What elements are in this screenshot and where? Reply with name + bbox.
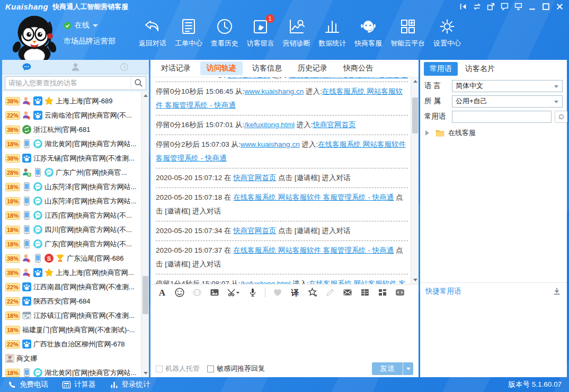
image-icon[interactable] [209, 287, 220, 298]
visitor-row[interactable]: 22%云南临沧|官网|快商官网(不... [5, 108, 140, 122]
edit-icon[interactable] [325, 287, 335, 298]
main-tab-3[interactable]: 访客信息 [246, 61, 288, 75]
visitor-row[interactable]: 商文娜 [5, 351, 140, 366]
trail-link[interactable]: www.kuaishang.cn [244, 87, 304, 95]
trail-link[interactable]: 快商官网首页 [313, 121, 355, 129]
download-icon[interactable] [552, 287, 562, 296]
visitor-row[interactable]: 18%山东菏泽|官网|快商官方网站... [5, 194, 140, 208]
visitor-row[interactable]: 18%江西|官网|快商官方网站(不... [5, 208, 140, 222]
trail-link[interactable]: /kefuxitong.html [241, 280, 291, 284]
visitor-row[interactable]: 22%广西壮族自治区柳州|官网-678 [5, 337, 140, 351]
robot-checkbox[interactable]: 机器人托管 [156, 364, 200, 373]
trail-link[interactable]: www.kuaishang.cn [241, 140, 300, 148]
toolbar-item-return[interactable]: 返回对话 [139, 17, 166, 48]
trail-link[interactable]: 快商官网首页 [233, 227, 276, 235]
visitor-row[interactable]: 18%四川|官网|快商官方网站(不... [5, 222, 140, 237]
sensitive-checkbox[interactable]: 敏感词推荐回复 [207, 364, 265, 373]
trail-link[interactable]: 在线客服系统 网站客服软件 客服管理系统 - 快商通 [233, 246, 394, 254]
panel-window-icon[interactable] [514, 3, 522, 11]
visitor-row[interactable]: 28%N广东广州|官网|快商官... [5, 165, 140, 180]
search-icon[interactable] [131, 77, 146, 90]
phrase-input[interactable] [452, 111, 552, 123]
visitor-row[interactable]: 38%浙江杭州|官网-681 [5, 122, 140, 137]
toolbar-item-history[interactable]: 查看历史 [211, 17, 238, 48]
scroll-up-icon[interactable] [141, 92, 149, 100]
send-options-caret-icon[interactable] [403, 362, 413, 375]
sensitive-checkbox-box[interactable] [207, 366, 214, 372]
toolbar-item-message[interactable]: 1访客留言 [247, 17, 274, 48]
visitor-row[interactable]: 22%江西南昌|官网|快商官网(不准测... [5, 280, 140, 294]
visitor-row[interactable]: 18%福建厦门|官网|快商官网(不准测试)-... [5, 323, 140, 337]
trail-link[interactable]: 在线客服系统 网站客服软件 客服管理系统 - 快商通 [289, 77, 408, 79]
trail-scrollbar[interactable] [411, 77, 419, 284]
screenshot-icon[interactable] [227, 287, 241, 298]
collapse-window-icon[interactable] [459, 3, 467, 11]
toolbar-item-settings[interactable]: 设置中心 [433, 17, 461, 48]
comment-window-icon[interactable] [500, 3, 509, 11]
sidebar-tab-chat[interactable] [2, 60, 51, 74]
visitor-row[interactable]: 38%上海上海|官网-689 [5, 94, 140, 108]
visitor-list-scrollbar[interactable] [141, 92, 149, 377]
translate-icon[interactable]: 译 [290, 287, 300, 298]
belong-select[interactable]: 公用+自己 [452, 95, 563, 108]
visitor-row[interactable]: 18%山东菏泽|官网|快商官方网站... [5, 180, 140, 194]
layout-icon[interactable] [377, 287, 388, 298]
code-icon[interactable] [395, 287, 405, 298]
trail-link[interactable]: 在线客服系统 网站客服软件 客服管理系统 - 快商通 [233, 193, 394, 201]
main-tab-1[interactable]: 对话记录 [155, 61, 197, 75]
toolbar-item-service[interactable]: 快商客服 [354, 17, 382, 48]
mic-icon[interactable] [247, 287, 258, 298]
tree-expand-icon[interactable] [425, 130, 432, 136]
toolbar-item-cloud[interactable]: 智能云平台 [390, 17, 425, 48]
trail-link[interactable]: 快商官网首页 [227, 77, 270, 79]
maximize-window-icon[interactable] [541, 3, 550, 11]
trail-link[interactable]: 快商官网首页 [233, 174, 276, 182]
emoticon-icon[interactable] [174, 287, 185, 298]
trail-link[interactable]: /kefuxitong.html [244, 121, 295, 129]
main-tab-2[interactable]: 访问轨迹 [200, 61, 243, 75]
mail-icon[interactable] [342, 287, 353, 298]
refresh-icon[interactable] [555, 111, 567, 123]
shake-icon[interactable] [192, 287, 202, 298]
status-selector[interactable]: 在线 [64, 21, 115, 30]
toolbar-item-diagnosis[interactable]: 营销诊断 [283, 17, 310, 48]
statusbar-login-stats[interactable]: 登录统计 [110, 380, 150, 389]
favorite-icon[interactable] [307, 287, 318, 298]
sidebar-tab-person[interactable] [51, 60, 100, 74]
send-button[interactable]: 发送 [372, 362, 413, 375]
statusbar-phone-call[interactable]: 免费电话 [7, 380, 48, 389]
visitor-row[interactable]: 38%江苏无锡|官网|快商官网(不准测... [5, 151, 140, 165]
visitor-row[interactable]: 18%湖北黄冈|官网|快商官方网站... [5, 366, 140, 377]
right-tab-1[interactable]: 常用语 [424, 62, 458, 76]
language-select[interactable]: 简体中文 [452, 80, 563, 92]
search-input[interactable] [5, 77, 131, 89]
scrollbar-thumb[interactable] [143, 276, 148, 314]
visitor-row[interactable]: 38%S广东汕尾|官网-686 [5, 251, 140, 265]
main-tab-4[interactable]: 历史记录 [291, 61, 334, 75]
right-tab-2[interactable]: 访客名片 [465, 64, 495, 74]
scroll-down-icon[interactable] [141, 369, 149, 377]
statusbar-calculator[interactable]: 计算器 [62, 380, 96, 389]
visitor-row[interactable]: 18%湖北黄冈|官网|快商官方网站... [5, 137, 140, 151]
main-tab-5[interactable]: 快商公告 [337, 61, 379, 75]
visitor-row[interactable]: 18%江苏镇江|官网|快商官网(不准测... [5, 308, 140, 323]
robot-checkbox-box[interactable] [156, 366, 163, 372]
scrollbar-thumb[interactable] [412, 97, 418, 133]
visitor-row[interactable]: 22%陕西西安|官网-684 [5, 294, 140, 308]
visitor-row[interactable]: 18%广东|官网|快商官方网站(不... [5, 237, 140, 251]
toolbar-item-stats[interactable]: 数据统计 [318, 17, 346, 48]
visitor-row[interactable]: 38%上海上海|官网|快商官网... [5, 265, 140, 280]
scroll-up-icon[interactable] [411, 77, 419, 85]
message-input-area[interactable] [150, 300, 419, 362]
heart-icon[interactable] [272, 287, 283, 298]
table-icon[interactable] [360, 287, 370, 298]
switch-window-icon[interactable] [473, 3, 481, 11]
toolbar-item-worklist[interactable]: 工单中心 [175, 17, 202, 48]
tree-node-label[interactable]: 在线客服 [448, 128, 476, 138]
scroll-down-icon[interactable] [411, 276, 419, 284]
sidebar-tab-clock[interactable] [100, 60, 149, 74]
send-button-label[interactable]: 发送 [372, 364, 403, 373]
font-icon[interactable]: A [157, 287, 167, 298]
close-window-icon[interactable] [555, 3, 564, 11]
popout-window-icon[interactable] [486, 3, 495, 11]
